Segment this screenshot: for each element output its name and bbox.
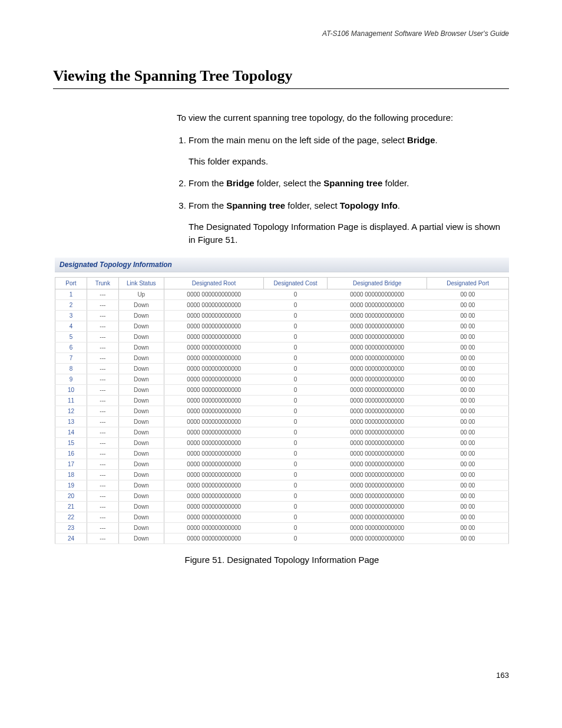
cell-link-status: Down xyxy=(118,512,164,523)
cell-port: 16 xyxy=(55,449,87,459)
step-2-bold-1: Bridge xyxy=(226,178,254,188)
table-row: 9---Down0000 00000000000000000 000000000… xyxy=(55,374,509,385)
cell-designated-root: 0000 000000000000 xyxy=(164,321,263,332)
cell-trunk: --- xyxy=(87,321,118,332)
cell-port: 12 xyxy=(55,406,87,417)
cell-port: 24 xyxy=(55,533,87,544)
table-row: 4---Down0000 00000000000000000 000000000… xyxy=(55,321,509,332)
cell-trunk: --- xyxy=(87,406,118,417)
step-3: From the Spanning tree folder, select To… xyxy=(189,199,509,246)
cell-trunk: --- xyxy=(87,374,118,385)
cell-designated-cost: 0 xyxy=(264,300,328,311)
cell-port: 10 xyxy=(55,385,87,396)
cell-designated-port: 00 00 xyxy=(427,502,509,512)
cell-link-status: Down xyxy=(118,353,164,364)
document-page: AT-S106 Management Software Web Browser … xyxy=(0,0,562,709)
cell-designated-root: 0000 000000000000 xyxy=(164,342,263,353)
cell-link-status: Up xyxy=(118,289,164,300)
cell-link-status: Down xyxy=(118,300,164,311)
step-2-bold-2: Spanning tree xyxy=(323,178,382,188)
step-3-bold-1: Spanning tree xyxy=(226,200,285,210)
cell-designated-port: 00 00 xyxy=(427,353,509,364)
cell-link-status: Down xyxy=(118,406,164,417)
cell-trunk: --- xyxy=(87,353,118,364)
cell-link-status: Down xyxy=(118,417,164,427)
cell-designated-root: 0000 000000000000 xyxy=(164,512,263,523)
step-3-text-e: . xyxy=(398,200,400,210)
col-port: Port xyxy=(55,278,87,289)
cell-link-status: Down xyxy=(118,311,164,321)
col-dport: Designated Port xyxy=(427,278,509,289)
intro-paragraph: To view the current spanning tree topolo… xyxy=(177,111,509,124)
col-cost: Designated Cost xyxy=(264,278,328,289)
cell-designated-bridge: 0000 000000000000 xyxy=(327,417,427,427)
cell-designated-root: 0000 000000000000 xyxy=(164,459,263,470)
cell-trunk: --- xyxy=(87,459,118,470)
cell-designated-cost: 0 xyxy=(264,427,328,438)
cell-designated-port: 00 00 xyxy=(427,342,509,353)
cell-trunk: --- xyxy=(87,470,118,480)
cell-designated-port: 00 00 xyxy=(427,406,509,417)
cell-designated-root: 0000 000000000000 xyxy=(164,332,263,342)
table-row: 23---Down0000 00000000000000000 00000000… xyxy=(55,523,509,533)
cell-designated-port: 00 00 xyxy=(427,470,509,480)
cell-port: 5 xyxy=(55,332,87,342)
table-row: 20---Down0000 00000000000000000 00000000… xyxy=(55,491,509,502)
cell-link-status: Down xyxy=(118,385,164,396)
cell-link-status: Down xyxy=(118,470,164,480)
cell-designated-cost: 0 xyxy=(264,449,328,459)
cell-designated-cost: 0 xyxy=(264,396,328,406)
cell-trunk: --- xyxy=(87,289,118,300)
cell-link-status: Down xyxy=(118,502,164,512)
table-row: 12---Down0000 00000000000000000 00000000… xyxy=(55,406,509,417)
cell-designated-bridge: 0000 000000000000 xyxy=(327,321,427,332)
cell-designated-bridge: 0000 000000000000 xyxy=(327,374,427,385)
cell-designated-bridge: 0000 000000000000 xyxy=(327,502,427,512)
cell-designated-bridge: 0000 000000000000 xyxy=(327,533,427,544)
cell-designated-cost: 0 xyxy=(264,491,328,502)
body-copy: To view the current spanning tree topolo… xyxy=(177,111,509,246)
cell-port: 11 xyxy=(55,396,87,406)
cell-designated-cost: 0 xyxy=(264,342,328,353)
cell-link-status: Down xyxy=(118,396,164,406)
table-header-row: Port Trunk Link Status Designated Root D… xyxy=(55,278,509,289)
page-number: 163 xyxy=(53,671,509,680)
cell-link-status: Down xyxy=(118,523,164,533)
cell-designated-port: 00 00 xyxy=(427,480,509,491)
cell-port: 23 xyxy=(55,523,87,533)
cell-link-status: Down xyxy=(118,374,164,385)
table-row: 19---Down0000 00000000000000000 00000000… xyxy=(55,480,509,491)
cell-link-status: Down xyxy=(118,342,164,353)
table-row: 13---Down0000 00000000000000000 00000000… xyxy=(55,417,509,427)
cell-designated-root: 0000 000000000000 xyxy=(164,289,263,300)
cell-trunk: --- xyxy=(87,385,118,396)
cell-port: 20 xyxy=(55,491,87,502)
cell-designated-port: 00 00 xyxy=(427,364,509,374)
cell-designated-cost: 0 xyxy=(264,470,328,480)
step-1-text-a: From the main menu on the left side of t… xyxy=(189,135,407,145)
col-trunk: Trunk xyxy=(87,278,118,289)
cell-designated-bridge: 0000 000000000000 xyxy=(327,385,427,396)
cell-designated-cost: 0 xyxy=(264,502,328,512)
cell-trunk: --- xyxy=(87,364,118,374)
cell-trunk: --- xyxy=(87,533,118,544)
table-row: 18---Down0000 00000000000000000 00000000… xyxy=(55,470,509,480)
cell-designated-cost: 0 xyxy=(264,459,328,470)
cell-designated-cost: 0 xyxy=(264,438,328,449)
cell-trunk: --- xyxy=(87,523,118,533)
cell-designated-root: 0000 000000000000 xyxy=(164,480,263,491)
table-row: 17---Down0000 00000000000000000 00000000… xyxy=(55,459,509,470)
cell-designated-cost: 0 xyxy=(264,523,328,533)
cell-designated-root: 0000 000000000000 xyxy=(164,364,263,374)
cell-link-status: Down xyxy=(118,332,164,342)
cell-link-status: Down xyxy=(118,480,164,491)
cell-designated-root: 0000 000000000000 xyxy=(164,533,263,544)
cell-designated-bridge: 0000 000000000000 xyxy=(327,427,427,438)
cell-designated-port: 00 00 xyxy=(427,300,509,311)
cell-designated-cost: 0 xyxy=(264,406,328,417)
cell-trunk: --- xyxy=(87,300,118,311)
cell-designated-cost: 0 xyxy=(264,374,328,385)
step-2-text-e: folder. xyxy=(382,178,409,188)
cell-designated-bridge: 0000 000000000000 xyxy=(327,470,427,480)
cell-designated-cost: 0 xyxy=(264,332,328,342)
